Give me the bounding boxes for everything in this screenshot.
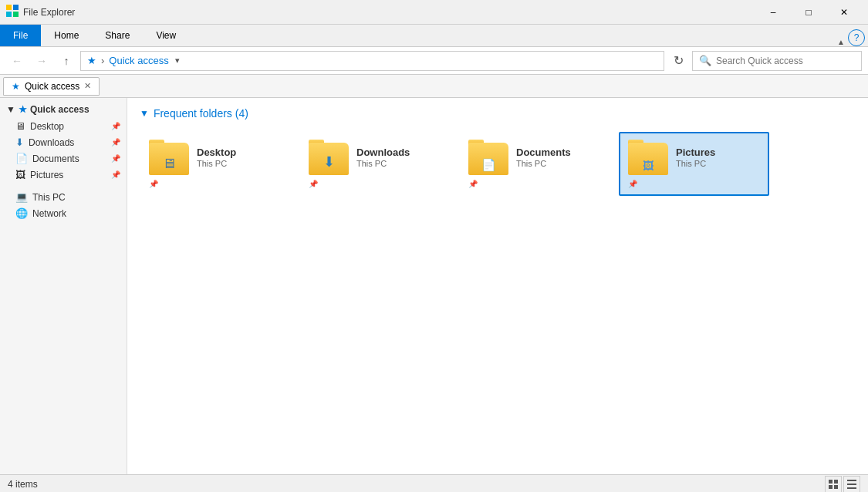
tab-share[interactable]: Share — [92, 25, 143, 46]
folder-pictures-pin: 📌 — [628, 180, 637, 188]
section-title: Frequent folders (4) — [154, 107, 248, 120]
downloads-icon: ⬇ — [15, 136, 24, 148]
tab-view[interactable]: View — [143, 25, 189, 46]
pictures-icon: 🖼 — [15, 169, 25, 180]
large-icons-view-button[interactable] — [825, 476, 842, 493]
folder-documents[interactable]: 📄 Documents This PC 📌 — [459, 132, 610, 196]
svg-rect-3 — [13, 12, 19, 17]
folder-pictures-icon-wrap: 🖼 — [628, 140, 668, 175]
network-icon: 🌐 — [15, 207, 28, 219]
folder-desktop-pin: 📌 — [149, 180, 158, 188]
main-layout: ▼ ★ Quick access 🖥 Desktop 📌 ⬇ Downloads… — [0, 98, 868, 474]
folder-downloads[interactable]: ⬇ Downloads This PC 📌 — [299, 132, 450, 196]
svg-rect-1 — [13, 5, 19, 10]
window-controls: – □ ✕ — [755, 0, 862, 25]
folder-documents-pin: 📌 — [468, 180, 478, 188]
sidebar-item-documents[interactable]: 📄 Documents 📌 — [0, 150, 127, 167]
maximize-button[interactable]: □ — [791, 0, 826, 25]
folder-documents-sub: This PC — [516, 159, 600, 168]
folders-grid: 🖥 Desktop This PC 📌 ⬇ — [140, 132, 856, 196]
sidebar-item-network[interactable]: 🌐 Network — [0, 205, 127, 221]
tab-home[interactable]: Home — [41, 25, 92, 46]
window-title: File Explorer — [23, 7, 755, 18]
pin-icon: 📌 — [111, 122, 120, 130]
search-input[interactable] — [716, 56, 855, 66]
svg-rect-9 — [847, 484, 856, 485]
tab-strip: ★ Quick access ✕ — [0, 75, 868, 98]
folder-pictures-info: Pictures This PC — [676, 147, 760, 168]
ribbon-tab-strip: File Home Share View ▲ ? — [0, 25, 868, 46]
sidebar-item-network-label: Network — [32, 208, 66, 219]
ribbon-expand-icon[interactable]: ▲ — [834, 38, 848, 46]
folder-downloads-info: Downloads This PC — [356, 147, 441, 168]
title-bar: File Explorer – □ ✕ — [0, 0, 868, 25]
sidebar-item-this-pc[interactable]: 💻 This PC — [0, 189, 127, 205]
help-button[interactable]: ? — [848, 29, 865, 46]
ribbon: File Home Share View ▲ ? — [0, 25, 868, 47]
svg-rect-8 — [847, 480, 856, 481]
minimize-button[interactable]: – — [755, 0, 791, 25]
folder-downloads-sub: This PC — [356, 159, 441, 168]
svg-rect-5 — [834, 480, 838, 484]
sidebar-item-downloads[interactable]: ⬇ Downloads 📌 — [0, 134, 127, 150]
folder-desktop-icon-wrap: 🖥 — [149, 140, 189, 175]
refresh-button[interactable]: ↻ — [667, 50, 689, 72]
content-area: ▼ Frequent folders (4) 🖥 Desktop This PC — [127, 98, 868, 474]
svg-rect-4 — [829, 480, 833, 484]
documents-badge-icon: 📄 — [481, 158, 496, 172]
pin-icon-4: 📌 — [111, 170, 120, 179]
svg-rect-0 — [6, 5, 12, 10]
view-buttons — [825, 476, 860, 493]
forward-button[interactable]: → — [31, 50, 52, 72]
folder-pictures[interactable]: 🖼 Pictures This PC 📌 — [619, 132, 769, 196]
chevron-down-icon: ▼ — [6, 104, 15, 115]
svg-rect-7 — [834, 485, 838, 489]
sidebar-item-documents-label: Documents — [32, 153, 79, 164]
svg-rect-10 — [847, 487, 856, 489]
path-separator: › — [101, 55, 104, 66]
search-box: 🔍 — [692, 51, 862, 71]
folder-documents-icon-wrap: 📄 — [468, 140, 508, 175]
item-count: 4 items — [8, 479, 38, 490]
search-icon: 🔍 — [699, 55, 711, 66]
svg-rect-6 — [829, 485, 833, 489]
sidebar-item-desktop[interactable]: 🖥 Desktop 📌 — [0, 118, 127, 134]
tab-star-icon: ★ — [12, 81, 20, 92]
up-button[interactable]: ↑ — [56, 50, 77, 72]
this-pc-icon: 💻 — [15, 191, 28, 203]
folder-desktop-info: Desktop This PC — [197, 147, 281, 168]
tab-close-button[interactable]: ✕ — [84, 81, 91, 91]
tab-file[interactable]: File — [0, 25, 41, 46]
folder-documents-name: Documents — [516, 147, 600, 158]
documents-icon: 📄 — [15, 153, 28, 164]
folder-downloads-top: ⬇ Downloads This PC — [309, 140, 441, 175]
folder-downloads-icon-wrap: ⬇ — [309, 140, 349, 175]
tab-label: Quick access — [25, 81, 79, 92]
pictures-badge-icon: 🖼 — [643, 160, 654, 172]
folder-pictures-top: 🖼 Pictures This PC — [628, 140, 760, 175]
svg-rect-2 — [6, 12, 12, 17]
address-path[interactable]: ★ › Quick access ▾ — [80, 51, 664, 71]
sidebar-item-pictures-label: Pictures — [30, 170, 63, 180]
path-quick-access[interactable]: Quick access — [109, 55, 168, 66]
folder-downloads-name: Downloads — [356, 147, 441, 158]
folder-desktop[interactable]: 🖥 Desktop This PC 📌 — [140, 132, 290, 196]
close-button[interactable]: ✕ — [826, 0, 862, 25]
download-arrow-icon: ⬇ — [323, 153, 335, 170]
app-icon — [6, 5, 19, 19]
sidebar: ▼ ★ Quick access 🖥 Desktop 📌 ⬇ Downloads… — [0, 98, 127, 474]
folder-pictures-sub: This PC — [676, 159, 760, 168]
back-button[interactable]: ← — [6, 50, 28, 72]
sidebar-quick-access-header[interactable]: ▼ ★ Quick access — [0, 101, 127, 118]
details-view-button[interactable] — [843, 476, 860, 493]
folder-pictures-name: Pictures — [676, 147, 760, 158]
sidebar-item-downloads-label: Downloads — [29, 137, 74, 148]
tab-quick-access[interactable]: ★ Quick access ✕ — [3, 77, 100, 96]
folder-documents-info: Documents This PC — [516, 147, 600, 168]
address-dropdown-icon[interactable]: ▾ — [172, 56, 183, 66]
sidebar-item-pictures[interactable]: 🖼 Pictures 📌 — [0, 167, 127, 183]
desktop-icon: 🖥 — [15, 120, 25, 132]
section-header[interactable]: ▼ Frequent folders (4) — [140, 107, 856, 120]
folder-desktop-sub: This PC — [197, 159, 281, 168]
address-bar: ← → ↑ ★ › Quick access ▾ ↻ 🔍 — [0, 47, 868, 75]
